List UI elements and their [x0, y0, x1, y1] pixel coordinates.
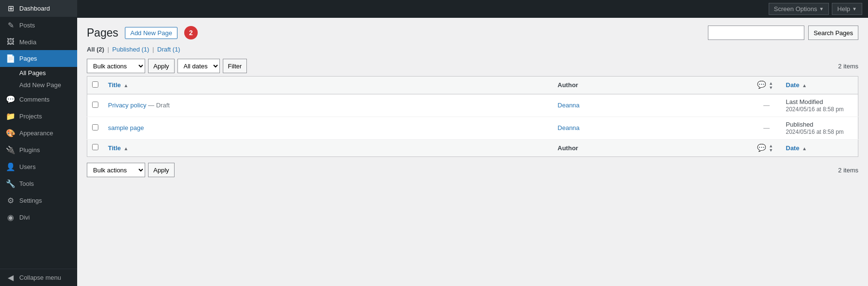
- footer-comments-icon: 💬: [757, 143, 766, 152]
- comments-col-icon: 💬: [757, 80, 766, 89]
- filter-published[interactable]: Published (1): [112, 46, 149, 53]
- select-all-checkbox-header[interactable]: [87, 77, 104, 94]
- sidebar-item-posts[interactable]: ✎ Posts: [0, 17, 77, 34]
- sidebar-item-appearance[interactable]: 🎨 Appearance: [0, 125, 77, 142]
- badge-number: 2: [184, 26, 198, 39]
- search-pages-button[interactable]: Search Pages: [808, 26, 858, 40]
- chevron-down-icon: ▼: [819, 6, 824, 12]
- row-date-sample: Published 2024/05/16 at 8:58 pm: [781, 117, 858, 139]
- sidebar-item-projects[interactable]: 📁 Projects: [0, 108, 77, 125]
- plugins-icon: 🔌: [6, 145, 15, 155]
- sidebar-item-dashboard[interactable]: ⊞ Dashboard: [0, 0, 77, 17]
- tools-icon: 🔧: [6, 179, 15, 188]
- comments-sort-icons: ▲▼: [769, 81, 773, 90]
- collapse-icon: ◀: [6, 273, 15, 282]
- media-icon: 🖼: [6, 38, 15, 46]
- item-count-bottom: 2 items: [838, 167, 858, 174]
- footer-title-col[interactable]: Title ▲: [103, 139, 553, 157]
- bulk-actions-dropdown-top[interactable]: Bulk actions Edit Move to Trash: [87, 59, 145, 73]
- col-header-date[interactable]: Date ▲: [781, 77, 858, 94]
- author-deanna-sample[interactable]: Deanna: [557, 124, 580, 131]
- footer-date-col[interactable]: Date ▲: [781, 139, 858, 157]
- sidebar-item-settings[interactable]: ⚙ Settings: [0, 192, 77, 209]
- appearance-icon: 🎨: [6, 129, 15, 138]
- page-header: Pages Add New Page 2 Search Pages: [77, 18, 868, 45]
- author-deanna-privacy[interactable]: Deanna: [557, 102, 580, 109]
- row-author-sample: Deanna: [553, 117, 752, 139]
- screen-options-button[interactable]: Screen Options ▼: [769, 3, 829, 15]
- collapse-menu-button[interactable]: ◀ Collapse menu: [0, 269, 77, 286]
- sidebar: ⊞ Dashboard ✎ Posts 🖼 Media 📄 Pages All …: [0, 0, 77, 286]
- sidebar-item-media[interactable]: 🖼 Media: [0, 34, 77, 50]
- sample-page-link[interactable]: sample page: [108, 124, 144, 131]
- main-content: Screen Options ▼ Help ▼ Pages Add New Pa…: [77, 0, 868, 286]
- table-row: sample page Deanna — Published 2024/05/1…: [87, 117, 858, 139]
- row-title-privacy: Privacy policy — Draft: [103, 94, 553, 117]
- footer-select-all[interactable]: [92, 144, 98, 150]
- row-title-sample: sample page: [103, 117, 553, 139]
- footer-author-col: Author: [553, 139, 752, 157]
- sidebar-item-divi[interactable]: ◉ Divi: [0, 209, 77, 226]
- row-checkbox-privacy[interactable]: [87, 94, 104, 117]
- footer-comments-col[interactable]: 💬 ▲▼: [752, 139, 781, 157]
- posts-icon: ✎: [6, 21, 15, 30]
- draft-label: — Draft: [148, 102, 170, 109]
- sidebar-sub-add-new-page[interactable]: Add New Page: [0, 79, 77, 91]
- comments-icon: 💬: [6, 95, 15, 104]
- help-button[interactable]: Help ▼: [832, 3, 862, 15]
- divi-icon: ◉: [6, 213, 15, 222]
- filter-all[interactable]: All (2): [87, 46, 104, 53]
- col-header-comments[interactable]: 💬 ▲▼: [752, 77, 781, 94]
- bulk-actions-dropdown-bottom[interactable]: Bulk actions Edit Move to Trash: [87, 163, 145, 177]
- table-footer-header-row: Title ▲ Author 💬 ▲▼ Date ▲: [87, 139, 858, 157]
- privacy-policy-link[interactable]: Privacy policy: [108, 102, 146, 109]
- page-title: Pages: [87, 26, 118, 39]
- pages-table: Title ▲ Author 💬 ▲▼ Date ▲: [87, 76, 858, 157]
- title-sort-arrow: ▲: [123, 83, 128, 88]
- settings-icon: ⚙: [6, 196, 15, 205]
- apply-button-top[interactable]: Apply: [148, 59, 175, 73]
- toolbar-bottom: Bulk actions Edit Move to Trash Apply 2 …: [77, 160, 868, 180]
- sidebar-item-tools[interactable]: 🔧 Tools: [0, 175, 77, 192]
- sidebar-item-users[interactable]: 👤 Users: [0, 158, 77, 175]
- title-col-label: Title: [108, 81, 121, 89]
- col-header-author: Author: [553, 77, 752, 94]
- date-filter-dropdown[interactable]: All dates: [177, 59, 220, 73]
- row-comments-sample: —: [752, 117, 781, 139]
- table-header-row: Title ▲ Author 💬 ▲▼ Date ▲: [87, 77, 858, 94]
- sidebar-item-comments[interactable]: 💬 Comments: [0, 91, 77, 108]
- filter-button[interactable]: Filter: [223, 59, 247, 73]
- users-icon: 👤: [6, 162, 15, 171]
- row-checkbox-sample[interactable]: [87, 117, 104, 139]
- footer-checkbox-col[interactable]: [87, 139, 104, 157]
- row-author-privacy: Deanna: [553, 94, 752, 117]
- add-new-page-button[interactable]: Add New Page: [125, 27, 177, 39]
- sidebar-item-pages[interactable]: 📄 Pages: [0, 50, 77, 67]
- apply-button-bottom[interactable]: Apply: [148, 163, 175, 177]
- toolbar-top: Bulk actions Edit Move to Trash Apply Al…: [77, 56, 868, 76]
- pages-icon: 📄: [6, 54, 15, 63]
- row-select-privacy[interactable]: [92, 102, 98, 108]
- date-sort-arrow: ▲: [802, 83, 807, 88]
- row-comments-privacy: —: [752, 94, 781, 117]
- item-count-top: 2 items: [838, 63, 858, 70]
- table-row: Privacy policy — Draft Deanna — Last Mod…: [87, 94, 858, 117]
- footer-title-sort: ▲: [123, 146, 128, 151]
- search-input[interactable]: [708, 26, 804, 40]
- projects-icon: 📁: [6, 112, 15, 121]
- row-date-privacy: Last Modified 2024/05/16 at 8:58 pm: [781, 94, 858, 117]
- chevron-down-icon-help: ▼: [852, 6, 857, 12]
- select-all-checkbox[interactable]: [92, 81, 98, 88]
- dashboard-icon: ⊞: [6, 4, 15, 13]
- col-header-title[interactable]: Title ▲: [103, 77, 553, 94]
- filter-draft[interactable]: Draft (1): [157, 46, 180, 53]
- row-select-sample[interactable]: [92, 124, 98, 130]
- sidebar-item-plugins[interactable]: 🔌 Plugins: [0, 142, 77, 158]
- sidebar-sub-all-pages[interactable]: All Pages: [0, 67, 77, 79]
- filter-links: All (2) | Published (1) | Draft (1): [77, 45, 868, 56]
